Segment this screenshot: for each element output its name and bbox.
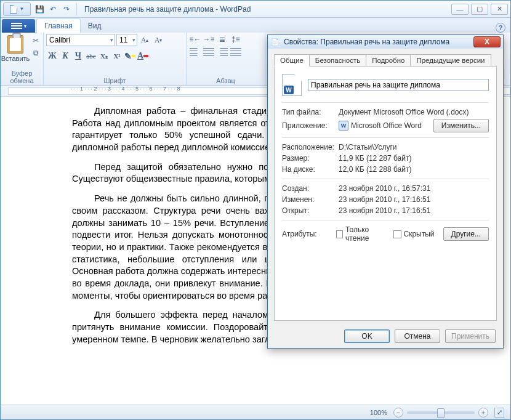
highlight-button[interactable]: ✎ (124, 50, 136, 62)
group-clipboard: Буфер обмена (3, 69, 41, 85)
filename-input[interactable]: Правильная речь на защите диплома (308, 79, 489, 91)
cut-icon[interactable]: ✂ (30, 35, 42, 46)
zoom-slider[interactable] (407, 411, 475, 414)
other-attrs-button[interactable]: Другие... (443, 227, 489, 241)
menu-icon (11, 23, 22, 29)
save-icon[interactable]: 💾 (34, 4, 44, 14)
paste-button[interactable]: Вставить (3, 34, 28, 62)
zoom-out-button[interactable]: − (393, 408, 403, 418)
font-family-select[interactable]: Calibri (46, 34, 115, 46)
redo-icon[interactable]: ↷ (62, 4, 71, 14)
tab-previous-versions[interactable]: Предыдущие версии (410, 54, 491, 67)
label-disk: На диске: (282, 165, 339, 174)
hidden-checkbox[interactable]: Скрытый (393, 230, 435, 238)
tab-panel-general: Правильная речь на защите диплома Тип фа… (274, 66, 497, 321)
justify-icon[interactable] (230, 47, 242, 58)
titlebar: ▼ 💾 ↶ ↷ Правильная речь на защите диплом… (1, 1, 510, 18)
dialog-tabs: Общие Безопасность Подробно Предыдущие в… (274, 54, 497, 67)
value-size: 11,9 КБ (12 287 байт) (339, 154, 489, 163)
strikethrough-button[interactable]: abc (85, 50, 97, 62)
readonly-checkbox[interactable]: Только чтение (336, 225, 384, 243)
italic-button[interactable]: К (59, 50, 71, 62)
value-modified: 23 ноября 2010 г., 17:16:51 (339, 195, 489, 204)
label-app: Приложение: (282, 121, 339, 130)
subscript-button[interactable]: X₂ (98, 50, 110, 62)
tab-home[interactable]: Главная (36, 18, 81, 33)
font-size-select[interactable]: 11 (116, 34, 137, 46)
align-left-icon[interactable] (189, 47, 201, 58)
shrink-font-icon[interactable]: A▾ (152, 34, 164, 46)
grow-font-icon[interactable]: A▴ (139, 34, 151, 46)
align-center-icon[interactable] (203, 47, 215, 58)
tab-general[interactable]: Общие (274, 54, 310, 67)
label-modified: Изменен: (282, 195, 339, 204)
ok-button[interactable]: OK (344, 329, 390, 343)
chevron-down-icon: ▾ (24, 23, 26, 29)
zoom-label: 100% (370, 409, 387, 416)
value-created: 23 ноября 2010 г., 16:57:31 (339, 184, 489, 193)
label-location: Расположение: (282, 143, 339, 151)
status-bar: 100% − + ⤢ (1, 405, 510, 419)
maximize-button[interactable]: ▢ (471, 4, 488, 15)
tab-view[interactable]: Вид (81, 19, 109, 33)
font-color-button[interactable]: A (137, 50, 149, 62)
tab-security[interactable]: Безопасность (309, 54, 366, 67)
dialog-footer: OK Отмена Применить (268, 325, 503, 348)
fit-icon[interactable]: ⤢ (494, 408, 504, 418)
ribbon-tabs: ▾ Главная Вид ? (1, 18, 510, 33)
zoom-in-button[interactable]: + (478, 408, 488, 418)
label-size: Размер: (282, 154, 339, 163)
help-icon[interactable]: ? (496, 23, 505, 33)
word-icon: W (339, 121, 348, 131)
value-disk: 12,0 КБ (12 288 байт) (339, 165, 489, 174)
group-font: Шрифт (46, 76, 183, 85)
tab-details[interactable]: Подробно (366, 54, 411, 67)
value-app: WMicrosoft Office Word (339, 121, 433, 131)
divider (282, 220, 489, 220)
minimize-button[interactable]: — (451, 4, 469, 15)
group-paragraph: Абзац (189, 76, 262, 85)
paste-label: Вставить (1, 55, 30, 62)
line-spacing-icon[interactable]: ‡≡ (230, 34, 242, 45)
change-app-button[interactable]: Изменить... (433, 119, 489, 132)
label-type: Тип файла: (282, 108, 339, 116)
label-opened: Открыт: (282, 206, 339, 215)
quick-access-toolbar: 💾 ↶ ↷ (34, 3, 78, 15)
label-attributes: Атрибуты: (282, 230, 328, 238)
bold-button[interactable]: Ж (46, 50, 58, 62)
value-location: D:\Статьи\Услуги (339, 143, 489, 151)
dialog-titlebar: 📄 Свойства: Правильная речь на защите ди… (268, 35, 503, 49)
close-button[interactable]: ✕ (491, 4, 508, 15)
underline-button[interactable]: Ч (72, 50, 84, 62)
dialog-title: Свойства: Правильная речь на защите дипл… (284, 38, 449, 46)
bullets-icon[interactable]: ≣ (216, 34, 228, 45)
divider (282, 102, 489, 103)
align-right-icon[interactable] (216, 47, 228, 58)
decrease-indent-icon[interactable]: ≡← (189, 34, 201, 45)
apply-button[interactable]: Применить (445, 329, 496, 343)
file-menu-button[interactable]: ▼ (3, 2, 31, 16)
divider (76, 3, 77, 15)
increase-indent-icon[interactable]: →≡ (203, 34, 215, 45)
chevron-down-icon: ▼ (20, 6, 25, 12)
app-menu-button[interactable]: ▾ (2, 19, 35, 33)
value-type: Документ Microsoft Office Word (.docx) (339, 108, 489, 116)
label-created: Создан: (282, 184, 339, 193)
document-icon (10, 5, 17, 14)
superscript-button[interactable]: X² (111, 50, 123, 62)
copy-icon[interactable]: ⧉ (30, 47, 42, 59)
properties-dialog: 📄 Свойства: Правильная речь на защите ди… (267, 34, 504, 349)
divider (282, 137, 489, 138)
value-opened: 23 ноября 2010 г., 17:16:51 (339, 206, 489, 215)
clipboard-icon (7, 35, 23, 54)
dialog-close-button[interactable]: X (473, 36, 501, 47)
window-title: Правильная речь на защите диплома - Word… (84, 5, 251, 14)
divider (282, 179, 489, 179)
undo-icon[interactable]: ↶ (48, 4, 58, 14)
cancel-button[interactable]: Отмена (395, 329, 440, 343)
properties-icon: 📄 (270, 37, 280, 47)
filetype-icon (282, 74, 302, 96)
